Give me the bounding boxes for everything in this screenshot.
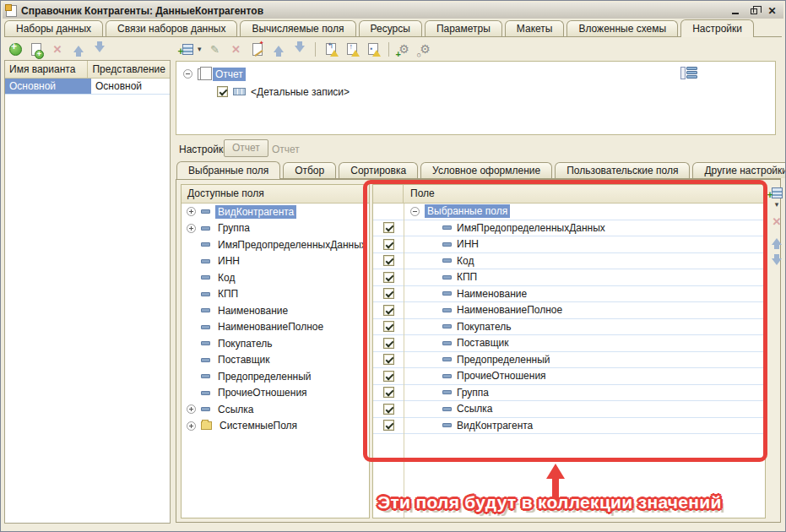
expand-icon[interactable]: [187, 421, 196, 431]
settings-tab-5[interactable]: Пользовательские поля: [555, 162, 690, 178]
field-checkbox[interactable]: [383, 338, 394, 349]
selected-field-row-4[interactable]: КПП: [373, 269, 765, 286]
tree-root-row[interactable]: Отчет: [183, 67, 246, 81]
main-tab-8[interactable]: Настройки: [680, 19, 754, 37]
field-checkbox[interactable]: [383, 255, 394, 266]
available-field-row-1[interactable]: ВидКонтрагента: [182, 204, 369, 220]
collapse-icon[interactable]: [410, 207, 420, 216]
available-field-row-14[interactable]: СистемныеПоля: [182, 418, 369, 435]
main-tab-7[interactable]: Вложенные схемы: [566, 20, 678, 36]
move-element-down-button[interactable]: [292, 41, 307, 57]
variant-row[interactable]: Основной Основной: [5, 79, 170, 95]
available-field-row-10[interactable]: Поставщик: [182, 352, 369, 369]
selected-field-row-13[interactable]: ВидКонтрагента: [373, 418, 765, 435]
field-checkbox[interactable]: [383, 371, 394, 382]
chevron-down-icon[interactable]: ▾: [198, 45, 202, 53]
restore-settings-button[interactable]: [323, 41, 339, 57]
available-field-row-5[interactable]: Код: [182, 269, 369, 286]
variant-name-cell[interactable]: Основной: [5, 79, 91, 94]
selected-field-row-7[interactable]: Покупатель: [373, 319, 765, 336]
detail-records-checkbox[interactable]: [217, 86, 228, 97]
available-field-row-7[interactable]: Наименование: [182, 302, 369, 319]
collapse-icon[interactable]: [183, 69, 192, 79]
copy-variant-button[interactable]: [29, 41, 44, 57]
field-checkbox[interactable]: [383, 354, 394, 365]
available-field-row-9[interactable]: Покупатель: [182, 335, 369, 352]
selected-fields-group-label[interactable]: Выбранные поля: [425, 204, 510, 218]
available-field-row-2[interactable]: Группа: [182, 220, 369, 237]
tree-child-row[interactable]: <Детальные записи>: [217, 84, 350, 99]
column-header-presentation[interactable]: Представление: [88, 61, 170, 79]
field-checkbox[interactable]: [383, 239, 394, 250]
tree-child-label[interactable]: <Детальные записи>: [251, 86, 350, 98]
available-field-row-11[interactable]: Предопределенный: [182, 368, 369, 385]
settings-tab-3[interactable]: Сортировка: [339, 162, 418, 178]
selected-field-row-3[interactable]: Код: [373, 253, 765, 270]
field-checkbox[interactable]: [383, 387, 394, 398]
selected-field-row-1[interactable]: ИмяПредопределенныхДанных: [373, 220, 765, 237]
available-field-row-3[interactable]: ИмяПредопределенныхДанных: [182, 236, 369, 253]
move-variant-down-button[interactable]: [92, 41, 107, 57]
main-tab-1[interactable]: Наборы данных: [4, 20, 103, 36]
selected-field-row-9[interactable]: Предопределенный: [373, 352, 765, 369]
minimize-button[interactable]: [729, 5, 741, 16]
compose-settings-button[interactable]: ⚙: [397, 41, 412, 57]
available-field-row-13[interactable]: Ссылка: [182, 401, 369, 418]
settings-report-button[interactable]: Отчет: [224, 139, 268, 157]
selected-field-row-5[interactable]: Наименование: [373, 286, 765, 303]
settings-tab-6[interactable]: Другие настройки: [692, 162, 786, 178]
field-checkbox[interactable]: [383, 404, 394, 415]
edit-button[interactable]: ✎: [208, 41, 223, 57]
available-field-row-4[interactable]: ИНН: [182, 253, 369, 270]
selected-field-row-6[interactable]: НаименованиеПолное: [373, 302, 765, 319]
available-field-row-12[interactable]: ПрочиеОтношения: [182, 385, 369, 402]
field-checkbox[interactable]: [383, 321, 394, 332]
selected-field-row-12[interactable]: Ссылка: [373, 401, 765, 418]
expand-icon[interactable]: [187, 224, 196, 233]
add-field-button[interactable]: [769, 185, 784, 200]
selected-field-row-2[interactable]: ИНН: [373, 236, 765, 253]
field-checkbox[interactable]: [383, 272, 394, 283]
variant-presentation-cell[interactable]: Основной: [91, 79, 170, 94]
chevron-down-icon[interactable]: ▾: [775, 200, 779, 209]
settings-tab-1[interactable]: Выбранные поля: [176, 161, 280, 179]
field-checkbox[interactable]: [383, 288, 394, 299]
column-header-name[interactable]: Имя варианта: [5, 61, 88, 79]
field-checkbox[interactable]: [383, 222, 394, 233]
remove-field-button[interactable]: ✕: [769, 214, 784, 229]
available-field-row-6[interactable]: КПП: [182, 286, 369, 303]
selected-field-row-11[interactable]: Группа: [373, 385, 765, 402]
field-checkbox[interactable]: [383, 420, 394, 431]
move-field-down-button[interactable]: [769, 254, 784, 269]
restore-button[interactable]: [747, 5, 760, 16]
settings-tab-4[interactable]: Условное оформление: [420, 162, 552, 178]
close-button[interactable]: ✕: [766, 5, 778, 16]
add-variant-button[interactable]: [8, 41, 23, 57]
settings-tab-2[interactable]: Отбор: [283, 162, 336, 178]
tree-root-label[interactable]: Отчет: [213, 68, 246, 81]
load-settings-button[interactable]: [344, 41, 360, 57]
add-element-button[interactable]: [180, 41, 195, 57]
move-variant-up-button[interactable]: [71, 41, 86, 57]
selected-field-row-8[interactable]: Поставщик: [373, 335, 765, 352]
selected-fields-group-row[interactable]: Выбранные поля: [373, 204, 765, 220]
selected-field-label: ИмяПредопределенныхДанных: [457, 222, 605, 234]
main-tab-4[interactable]: Ресурсы: [359, 20, 422, 36]
main-tab-2[interactable]: Связи наборов данных: [106, 20, 237, 36]
inspect-settings-button[interactable]: ⚙: [418, 41, 433, 57]
available-field-row-8[interactable]: НаименованиеПолное: [182, 319, 369, 336]
main-tab-6[interactable]: Макеты: [505, 20, 565, 36]
expand-icon[interactable]: [187, 207, 196, 216]
expand-icon[interactable]: [187, 404, 196, 414]
move-field-up-button[interactable]: [769, 234, 784, 249]
selected-field-row-10[interactable]: ПрочиеОтношения: [373, 368, 765, 385]
field-checkbox[interactable]: [383, 305, 394, 316]
save-settings-button[interactable]: [366, 41, 381, 57]
selected-field-label: ИНН: [457, 238, 479, 250]
move-element-up-button[interactable]: [271, 41, 286, 57]
main-tab-3[interactable]: Вычисляемые поля: [240, 20, 355, 36]
delete-element-button[interactable]: ✕: [229, 41, 244, 57]
settings-wizard-button[interactable]: [250, 41, 265, 57]
main-tab-5[interactable]: Параметры: [425, 20, 502, 36]
delete-variant-button[interactable]: ✕: [50, 41, 65, 57]
